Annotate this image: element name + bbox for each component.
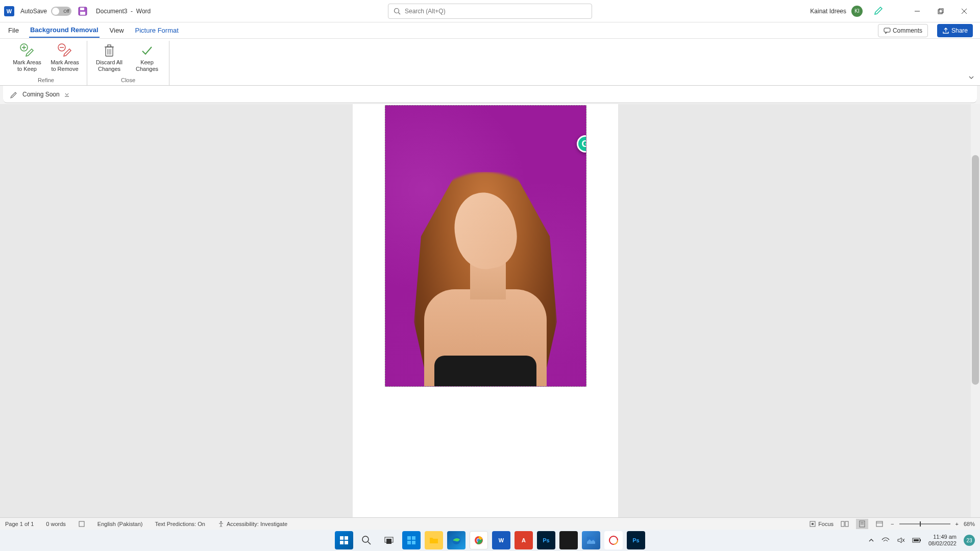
battery-icon[interactable] [912, 537, 921, 544]
selected-image[interactable]: G [385, 105, 586, 387]
ribbon-collapse-button[interactable] [968, 74, 975, 83]
search-icon [394, 8, 401, 15]
notifications-badge[interactable]: 23 [964, 535, 975, 546]
maximize-icon [938, 8, 944, 14]
svg-rect-45 [412, 541, 415, 544]
word-app-icon: W [4, 6, 14, 16]
zoom-slider[interactable] [899, 523, 950, 524]
zoom-out-button[interactable]: − [891, 521, 894, 527]
svg-rect-23 [79, 521, 84, 527]
acrobat-app[interactable]: A [514, 531, 533, 549]
svg-rect-42 [407, 536, 411, 540]
tab-background-removal[interactable]: Background Removal [29, 23, 100, 38]
svg-rect-44 [407, 541, 411, 544]
photoshop-app[interactable]: Ps [537, 531, 555, 549]
svg-rect-56 [914, 539, 919, 541]
editor-pen-icon[interactable] [874, 5, 884, 17]
scrollbar-thumb[interactable] [972, 155, 979, 385]
photoshop-app-2[interactable]: Ps [627, 531, 645, 549]
svg-point-38 [362, 536, 369, 542]
photo-icon [587, 537, 595, 544]
keep-changes-button[interactable]: Keep Changes [129, 41, 165, 76]
search-input[interactable] [405, 8, 586, 15]
share-button[interactable]: Share [937, 24, 973, 37]
autosave-label: AutoSave [20, 8, 47, 15]
chrome-app[interactable] [470, 531, 488, 549]
maximize-button[interactable] [929, 0, 952, 22]
book-icon [78, 520, 85, 528]
svg-rect-18 [108, 45, 111, 47]
svg-rect-37 [345, 541, 348, 544]
tab-view[interactable]: View [109, 23, 125, 37]
mark-keep-label: Mark Areas to Keep [13, 59, 41, 72]
page-count[interactable]: Page 1 of 1 [5, 521, 34, 527]
svg-rect-10 [884, 28, 890, 32]
pencil-minus-icon [57, 43, 72, 58]
start-button[interactable] [335, 531, 353, 549]
close-button[interactable] [952, 0, 976, 22]
save-icon[interactable] [78, 6, 88, 16]
quick-access-bar: Coming Soon [3, 86, 977, 103]
word-app[interactable]: W [492, 531, 510, 549]
svg-rect-36 [340, 541, 344, 544]
editor-tool-icon[interactable] [10, 90, 18, 98]
svg-rect-35 [345, 536, 348, 540]
title-bar: W AutoSave Off Document3 - Word Kainat I… [0, 0, 980, 22]
app-dark[interactable] [559, 531, 578, 549]
text-predictions-status[interactable]: Text Predictions: On [155, 521, 205, 527]
wifi-icon[interactable] [881, 537, 890, 544]
ribbon-group-refine: Mark Areas to Keep Mark Areas to Remove … [5, 41, 87, 85]
document-canvas[interactable]: G [0, 104, 971, 530]
spell-check-status[interactable] [78, 520, 85, 528]
zoom-in-button[interactable]: + [955, 521, 959, 527]
discard-changes-button[interactable]: Discard All Changes [91, 41, 127, 76]
edge-icon [452, 536, 461, 545]
svg-rect-43 [412, 536, 415, 540]
clock[interactable]: 11:49 am 08/02/2022 [928, 534, 957, 547]
task-view-app[interactable] [380, 531, 398, 549]
creative-cloud-app[interactable] [604, 531, 623, 549]
widgets-app[interactable] [402, 531, 421, 549]
chevron-down-icon[interactable] [64, 91, 70, 97]
minimize-icon [914, 8, 920, 14]
accessibility-status[interactable]: Accessibility: Investigate [217, 520, 287, 528]
web-layout-icon [876, 520, 883, 528]
zoom-level[interactable]: 68% [964, 521, 975, 527]
trash-icon [103, 43, 116, 58]
svg-rect-1 [80, 8, 84, 10]
read-mode-icon [841, 520, 849, 528]
web-layout-button[interactable] [873, 519, 886, 529]
read-mode-button[interactable] [839, 519, 851, 529]
chevron-up-icon[interactable] [868, 537, 874, 543]
edge-app[interactable] [447, 531, 465, 549]
mark-remove-label: Mark Areas to Remove [51, 59, 79, 72]
volume-icon[interactable] [897, 537, 905, 544]
focus-mode-button[interactable]: Focus [809, 520, 834, 528]
image-subject [404, 141, 567, 386]
pencil-plus-icon [19, 43, 35, 58]
svg-rect-41 [386, 539, 391, 544]
photos-app[interactable] [582, 531, 600, 549]
svg-rect-6 [938, 10, 942, 14]
tab-file[interactable]: File [7, 23, 20, 37]
language-status[interactable]: English (Pakistan) [97, 521, 143, 527]
search-box[interactable] [388, 4, 592, 19]
widgets-icon [407, 536, 416, 545]
vertical-scrollbar[interactable] [971, 104, 980, 530]
word-count[interactable]: 0 words [46, 521, 66, 527]
autosave-toggle[interactable]: Off [51, 7, 71, 16]
group-label-refine: Refine [9, 76, 83, 85]
user-avatar[interactable]: KI [851, 6, 863, 17]
mark-areas-remove-button[interactable]: Mark Areas to Remove [47, 41, 83, 76]
svg-rect-34 [340, 536, 344, 540]
tab-picture-format[interactable]: Picture Format [134, 23, 180, 37]
file-explorer-app[interactable] [425, 531, 443, 549]
comments-button[interactable]: Comments [878, 24, 928, 37]
svg-rect-7 [939, 9, 943, 13]
minimize-button[interactable] [905, 0, 929, 22]
mark-areas-keep-button[interactable]: Mark Areas to Keep [9, 41, 45, 76]
print-layout-button[interactable] [856, 519, 868, 529]
search-app[interactable] [357, 531, 376, 549]
status-bar: Page 1 of 1 0 words English (Pakistan) T… [0, 517, 980, 530]
autosave-state: Off [63, 9, 69, 14]
